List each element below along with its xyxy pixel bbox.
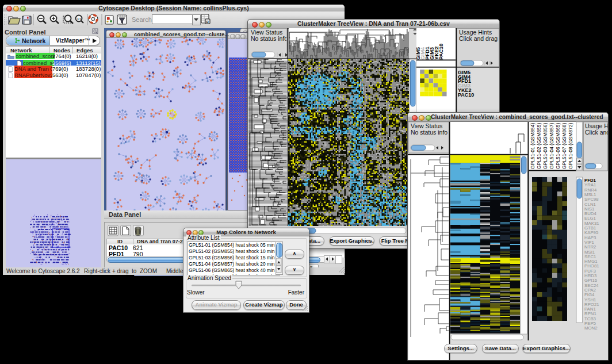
svg-text:GPL51-07 (GSM868): GPL51-07 (GSM868) [561,123,567,169]
svg-text:Click and drag to: Click and drag to [459,35,499,42]
svg-text:GPL51-01 (GSM854): GPL51-01 (GSM854) [530,123,536,169]
svg-text:B: B [206,20,209,24]
svg-text:PAC10: PAC10 [438,44,444,60]
svg-text:No status info f: No status info f [251,35,291,42]
svg-text:GPL51-08 (GSM872): GPL51-08 (GSM872) [568,123,573,169]
svg-text:GPL51-04 (GSM857): GPL51-04 (GSM857) [549,123,554,169]
svg-text:GPL51-06 (GSM865): GPL51-06 (GSM865) [555,123,561,169]
svg-text:GPL51-02 (GSM855): GPL51-02 (GSM855) [536,123,542,169]
svg-text:No status info f: No status info f [411,129,451,136]
svg-text:1:1: 1:1 [77,17,82,21]
svg-text:Click and d: Click and d [585,129,608,136]
svg-text:GPL51-03 (GSM856): GPL51-03 (GSM856) [542,123,548,169]
svg-text:MON2: MON2 [584,325,598,331]
svg-text:PAC10: PAC10 [458,92,474,98]
